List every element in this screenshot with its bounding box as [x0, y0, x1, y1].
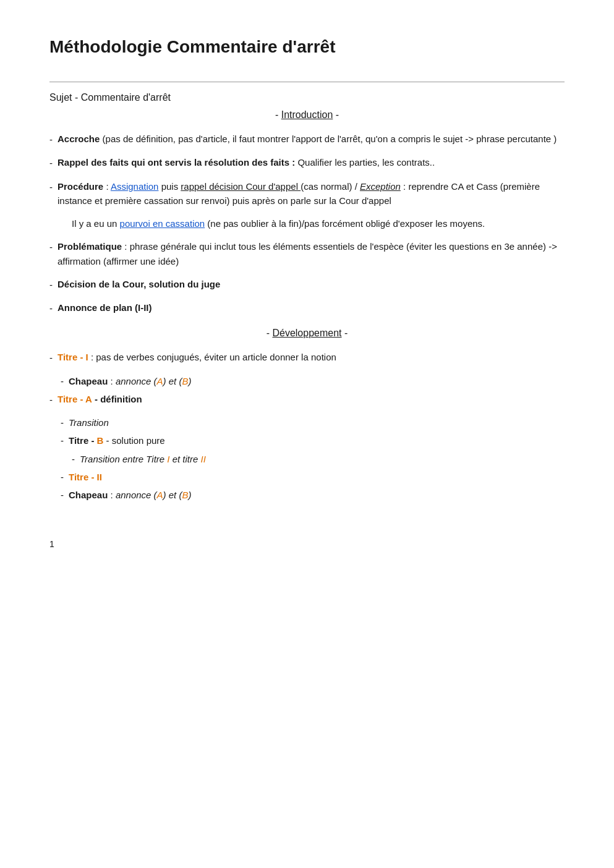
chapeau-et: ) et (: [163, 376, 182, 386]
problematique-text: : phrase générale qui inclut tous les él…: [58, 241, 557, 266]
titre-I-label: Titre - I: [58, 352, 88, 362]
transition2-et: et titre: [169, 454, 200, 464]
dash: -: [61, 415, 64, 430]
list-item-accroche: - Accroche (pas de définition, pas d'art…: [49, 132, 565, 147]
titre-B-label: B: [97, 435, 104, 446]
decision-label: Décision de la Cour, solution du juge: [58, 279, 220, 289]
chapeau2-A: A: [157, 490, 163, 500]
rappel-label: Rappel des faits qui ont servis la résol…: [58, 157, 295, 168]
list-item-annonce: - Annonce de plan (I-II): [49, 300, 565, 315]
titre-A-content: Titre - A - définition: [58, 392, 565, 406]
chapeau2-et: ) et (: [163, 490, 182, 500]
annonce-content: Annonce de plan (I-II): [58, 300, 565, 315]
sub-item-transition: - Transition: [61, 415, 565, 430]
dash: -: [61, 374, 64, 388]
accroche-label: Accroche: [58, 134, 100, 144]
dash: -: [49, 301, 53, 315]
annonce-label: Annonce de plan (I-II): [58, 302, 152, 313]
rappel-decision-link: rappel décision Cour d'appel: [181, 181, 301, 192]
procedure-content: Procédure : Assignation puis rappel déci…: [58, 179, 565, 208]
chapeau-content: Chapeau : annonce (A) et (B): [69, 374, 565, 388]
list-item-titre-I: - Titre - I : pas de verbes conjugués, é…: [49, 350, 565, 365]
titre-B-prefix: Titre -: [69, 435, 94, 446]
sub-item-titre-B: - Titre - B - solution pure: [61, 433, 565, 448]
sub-item-titre-II: - Titre - II: [61, 470, 565, 484]
list-item-decision: - Décision de la Cour, solution du juge: [49, 277, 565, 292]
pourvoi-paragraph: Il y a eu un pourvoi en cassation (ne pa…: [72, 216, 565, 231]
chapeau-colon: :: [111, 376, 116, 386]
titre-II-content: Titre - II: [69, 470, 565, 484]
chapeau-close: ): [188, 376, 191, 386]
titre-I-content: Titre - I : pas de verbes conjugués, évi…: [58, 350, 565, 364]
transition2-content: Transition entre Titre I et titre II: [80, 452, 206, 466]
problematique-label: Problématique: [58, 241, 122, 252]
transition-text: Transition: [69, 417, 109, 428]
page-number: 1: [49, 539, 565, 549]
dash: -: [49, 132, 53, 147]
titre-II-label: Titre - II: [69, 472, 102, 482]
accroche-text: (pas de définition, pas d'article, il fa…: [103, 134, 557, 144]
cas-normal-text: (cas normal): [301, 181, 352, 192]
assignation-link[interactable]: Assignation: [111, 181, 159, 192]
dash: -: [49, 278, 53, 292]
rappel-content: Rappel des faits qui ont servis la résol…: [58, 155, 565, 169]
decision-content: Décision de la Cour, solution du juge: [58, 277, 565, 291]
titre-A-suffix: - définition: [95, 394, 142, 404]
divider: [49, 82, 565, 82]
transition2-II: II: [201, 454, 206, 464]
dash: -: [61, 488, 64, 502]
list-item-rappel: - Rappel des faits qui ont servis la rés…: [49, 155, 565, 170]
pourvoi-prefix: Il y a eu un: [72, 218, 120, 229]
titre-A-label: Titre - A: [58, 394, 92, 404]
problematique-content: Problématique : phrase générale qui incl…: [58, 239, 565, 268]
exception-label: Exception: [360, 181, 401, 192]
transition-content: Transition: [69, 415, 565, 430]
sub-item-chapeau2: - Chapeau : annonce (A) et (B): [61, 488, 565, 502]
intro-list: - Accroche (pas de définition, pas d'art…: [49, 132, 565, 315]
titre-B-suffix: - solution pure: [106, 435, 165, 446]
titre-I-text: : pas de verbes conjugués, éviter un art…: [91, 352, 336, 362]
chapeau-B: B: [182, 376, 188, 386]
rappel-text: Qualifier les parties, les contrats..: [297, 157, 435, 168]
list-item-titre-A: - Titre - A - définition: [49, 392, 565, 407]
list-item-procedure: - Procédure : Assignation puis rappel dé…: [49, 179, 565, 208]
dash: -: [72, 452, 75, 466]
dash: -: [49, 240, 53, 254]
dash: -: [49, 351, 53, 365]
chapeau2-B: B: [182, 490, 188, 500]
dev-list: - Titre - I : pas de verbes conjugués, é…: [49, 350, 565, 502]
chapeau-label: Chapeau: [69, 376, 108, 386]
page-title: Méthodologie Commentaire d'arrêt: [49, 37, 565, 63]
dev-heading: - Développement -: [49, 328, 565, 339]
chapeau2-colon: :: [111, 490, 116, 500]
dash: -: [49, 156, 53, 170]
chapeau-A: A: [157, 376, 163, 386]
list-item-problematique: - Problématique : phrase générale qui in…: [49, 239, 565, 268]
chapeau-text: annonce (: [116, 376, 157, 386]
chapeau2-label: Chapeau: [69, 490, 108, 500]
procedure-then: puis: [161, 181, 181, 192]
dash: -: [61, 433, 64, 448]
dash: -: [61, 470, 64, 484]
intro-heading: - Introduction -: [49, 109, 565, 121]
accroche-content: Accroche (pas de définition, pas d'artic…: [58, 132, 565, 146]
titre-B-content: Titre - B - solution pure: [69, 433, 565, 448]
chapeau2-text: annonce (: [116, 490, 157, 500]
dash: -: [49, 393, 53, 407]
procedure-colon: :: [106, 181, 111, 192]
transition2-text: Transition entre Titre: [80, 454, 167, 464]
subject-line: Sujet - Commentaire d'arrêt: [49, 92, 565, 103]
chapeau2-content: Chapeau : annonce (A) et (B): [69, 488, 565, 502]
nested-item-transition2: - Transition entre Titre I et titre II: [72, 452, 565, 466]
chapeau2-close: ): [188, 490, 191, 500]
intro-heading-text: Introduction: [281, 109, 333, 120]
pourvoi-link[interactable]: pourvoi en cassation: [120, 218, 205, 229]
procedure-slash: /: [355, 181, 360, 192]
sub-item-chapeau: - Chapeau : annonce (A) et (B): [61, 374, 565, 388]
pourvoi-suffix: (ne pas oublier à la fin)/pas forcément …: [207, 218, 485, 229]
procedure-label: Procédure: [58, 181, 103, 192]
dash: -: [49, 180, 53, 194]
dev-heading-text: Développement: [272, 328, 341, 338]
